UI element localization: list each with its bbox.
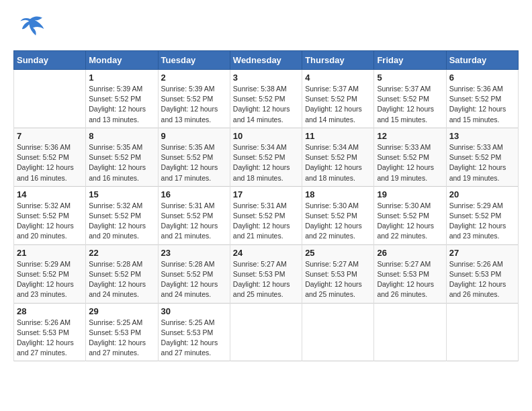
calendar-cell: 24Sunrise: 5:27 AM Sunset: 5:53 PM Dayli… [230,244,302,303]
calendar-cell: 2Sunrise: 5:39 AM Sunset: 5:52 PM Daylig… [158,70,230,128]
day-number: 2 [161,73,227,83]
day-number: 22 [89,248,154,258]
day-number: 15 [89,189,154,199]
day-info: Sunrise: 5:30 AM Sunset: 5:52 PM Dayligh… [305,201,371,242]
week-row-4: 21Sunrise: 5:29 AM Sunset: 5:52 PM Dayli… [14,244,519,303]
day-info: Sunrise: 5:27 AM Sunset: 5:53 PM Dayligh… [305,259,371,300]
calendar-cell: 26Sunrise: 5:27 AM Sunset: 5:53 PM Dayli… [374,244,446,303]
day-info: Sunrise: 5:28 AM Sunset: 5:52 PM Dayligh… [161,259,227,300]
day-number: 6 [449,73,515,83]
calendar-cell: 1Sunrise: 5:39 AM Sunset: 5:52 PM Daylig… [86,70,158,128]
day-number: 30 [161,306,227,316]
day-info: Sunrise: 5:31 AM Sunset: 5:52 PM Dayligh… [161,201,227,242]
day-info: Sunrise: 5:33 AM Sunset: 5:52 PM Dayligh… [449,142,515,183]
day-number: 19 [377,189,443,199]
logo-icon [13,13,47,44]
day-number: 21 [17,248,83,258]
calendar-cell: 9Sunrise: 5:35 AM Sunset: 5:52 PM Daylig… [158,128,230,186]
day-info: Sunrise: 5:38 AM Sunset: 5:52 PM Dayligh… [233,84,299,125]
day-info: Sunrise: 5:30 AM Sunset: 5:52 PM Dayligh… [377,201,443,242]
calendar-cell: 13Sunrise: 5:33 AM Sunset: 5:52 PM Dayli… [446,128,518,186]
day-number: 18 [305,189,371,199]
col-header-sunday: Sunday [14,51,86,70]
calendar-cell [14,70,86,128]
col-header-friday: Friday [374,51,446,70]
calendar-cell [230,303,302,361]
day-info: Sunrise: 5:37 AM Sunset: 5:52 PM Dayligh… [377,84,443,125]
day-number: 5 [377,73,443,83]
day-info: Sunrise: 5:28 AM Sunset: 5:52 PM Dayligh… [89,259,154,300]
week-row-5: 28Sunrise: 5:26 AM Sunset: 5:53 PM Dayli… [14,303,519,361]
calendar-header-row: SundayMondayTuesdayWednesdayThursdayFrid… [14,51,519,70]
page-header [13,13,519,44]
calendar-cell: 20Sunrise: 5:29 AM Sunset: 5:52 PM Dayli… [446,186,518,244]
calendar-cell: 21Sunrise: 5:29 AM Sunset: 5:52 PM Dayli… [14,244,86,303]
day-info: Sunrise: 5:25 AM Sunset: 5:53 PM Dayligh… [89,318,154,359]
day-number: 9 [161,131,227,141]
calendar-cell: 15Sunrise: 5:32 AM Sunset: 5:52 PM Dayli… [86,186,158,244]
day-number: 28 [17,306,83,316]
day-number: 3 [233,73,299,83]
logo [13,13,50,44]
calendar-cell: 11Sunrise: 5:34 AM Sunset: 5:52 PM Dayli… [302,128,374,186]
calendar-cell: 7Sunrise: 5:36 AM Sunset: 5:52 PM Daylig… [14,128,86,186]
day-number: 16 [161,189,227,199]
calendar-cell: 6Sunrise: 5:36 AM Sunset: 5:52 PM Daylig… [446,70,518,128]
day-info: Sunrise: 5:29 AM Sunset: 5:52 PM Dayligh… [449,201,515,242]
calendar-cell: 22Sunrise: 5:28 AM Sunset: 5:52 PM Dayli… [86,244,158,303]
day-number: 20 [449,189,515,199]
day-info: Sunrise: 5:31 AM Sunset: 5:52 PM Dayligh… [233,201,299,242]
calendar-cell: 19Sunrise: 5:30 AM Sunset: 5:52 PM Dayli… [374,186,446,244]
calendar-cell: 30Sunrise: 5:25 AM Sunset: 5:53 PM Dayli… [158,303,230,361]
week-row-1: 1Sunrise: 5:39 AM Sunset: 5:52 PM Daylig… [14,70,519,128]
week-row-2: 7Sunrise: 5:36 AM Sunset: 5:52 PM Daylig… [14,128,519,186]
calendar-cell: 17Sunrise: 5:31 AM Sunset: 5:52 PM Dayli… [230,186,302,244]
day-info: Sunrise: 5:32 AM Sunset: 5:52 PM Dayligh… [89,201,154,242]
calendar-cell [446,303,518,361]
calendar-cell: 23Sunrise: 5:28 AM Sunset: 5:52 PM Dayli… [158,244,230,303]
day-info: Sunrise: 5:35 AM Sunset: 5:52 PM Dayligh… [89,142,154,183]
calendar-cell: 27Sunrise: 5:26 AM Sunset: 5:53 PM Dayli… [446,244,518,303]
day-number: 12 [377,131,443,141]
day-info: Sunrise: 5:37 AM Sunset: 5:52 PM Dayligh… [305,84,371,125]
week-row-3: 14Sunrise: 5:32 AM Sunset: 5:52 PM Dayli… [14,186,519,244]
day-info: Sunrise: 5:26 AM Sunset: 5:53 PM Dayligh… [449,259,515,300]
col-header-thursday: Thursday [302,51,374,70]
day-number: 29 [89,306,154,316]
day-number: 23 [161,248,227,258]
calendar-cell: 3Sunrise: 5:38 AM Sunset: 5:52 PM Daylig… [230,70,302,128]
col-header-saturday: Saturday [446,51,518,70]
day-info: Sunrise: 5:25 AM Sunset: 5:53 PM Dayligh… [161,318,227,359]
calendar-cell: 10Sunrise: 5:34 AM Sunset: 5:52 PM Dayli… [230,128,302,186]
day-info: Sunrise: 5:34 AM Sunset: 5:52 PM Dayligh… [305,142,371,183]
day-number: 26 [377,248,443,258]
day-info: Sunrise: 5:27 AM Sunset: 5:53 PM Dayligh… [233,259,299,300]
calendar-cell: 5Sunrise: 5:37 AM Sunset: 5:52 PM Daylig… [374,70,446,128]
day-number: 1 [89,73,154,83]
calendar-cell: 16Sunrise: 5:31 AM Sunset: 5:52 PM Dayli… [158,186,230,244]
calendar-cell: 14Sunrise: 5:32 AM Sunset: 5:52 PM Dayli… [14,186,86,244]
day-number: 27 [449,248,515,258]
day-number: 13 [449,131,515,141]
day-number: 4 [305,73,371,83]
day-info: Sunrise: 5:26 AM Sunset: 5:53 PM Dayligh… [17,318,83,359]
calendar-cell: 8Sunrise: 5:35 AM Sunset: 5:52 PM Daylig… [86,128,158,186]
calendar-cell [374,303,446,361]
day-info: Sunrise: 5:39 AM Sunset: 5:52 PM Dayligh… [89,84,154,125]
day-info: Sunrise: 5:36 AM Sunset: 5:52 PM Dayligh… [449,84,515,125]
col-header-tuesday: Tuesday [158,51,230,70]
calendar-cell [302,303,374,361]
day-number: 25 [305,248,371,258]
day-number: 10 [233,131,299,141]
day-info: Sunrise: 5:34 AM Sunset: 5:52 PM Dayligh… [233,142,299,183]
col-header-monday: Monday [86,51,158,70]
day-info: Sunrise: 5:35 AM Sunset: 5:52 PM Dayligh… [161,142,227,183]
calendar-cell: 18Sunrise: 5:30 AM Sunset: 5:52 PM Dayli… [302,186,374,244]
day-info: Sunrise: 5:32 AM Sunset: 5:52 PM Dayligh… [17,201,83,242]
calendar-cell: 12Sunrise: 5:33 AM Sunset: 5:52 PM Dayli… [374,128,446,186]
day-info: Sunrise: 5:39 AM Sunset: 5:52 PM Dayligh… [161,84,227,125]
day-info: Sunrise: 5:29 AM Sunset: 5:52 PM Dayligh… [17,259,83,300]
calendar-cell: 4Sunrise: 5:37 AM Sunset: 5:52 PM Daylig… [302,70,374,128]
day-number: 24 [233,248,299,258]
day-info: Sunrise: 5:36 AM Sunset: 5:52 PM Dayligh… [17,142,83,183]
